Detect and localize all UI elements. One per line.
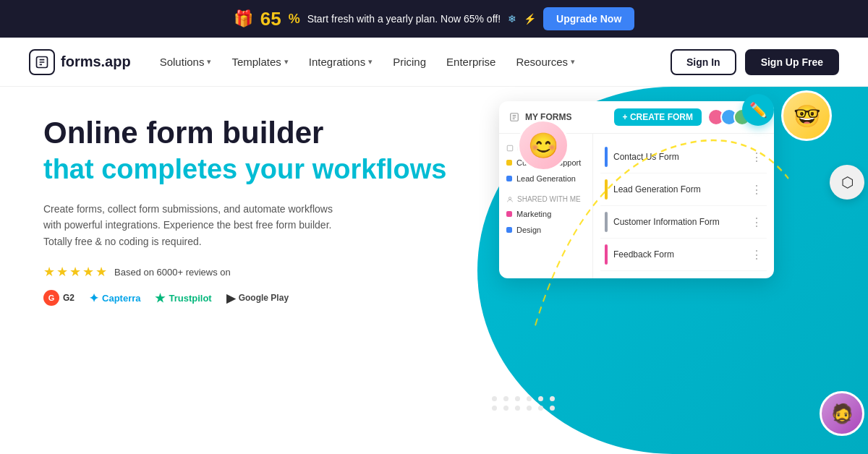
percent-badge: 65: [260, 8, 281, 30]
google-play-logo: ▶ Google Play: [226, 291, 289, 305]
nav-templates[interactable]: Templates ▾: [231, 56, 288, 68]
main-area: Online form builder that completes your …: [0, 87, 868, 454]
hero-section: Online form builder that completes your …: [0, 87, 477, 454]
nav-actions: Sign In Sign Up Free: [671, 49, 839, 75]
person-avatar-2: 🤓: [781, 90, 832, 141]
review-text: Based on 6000+ reviews on: [114, 267, 231, 278]
nav-solutions[interactable]: Solutions ▾: [160, 56, 212, 68]
shared-with-me-section: SHARED WITH ME: [499, 192, 592, 206]
person-avatar-3: 🧔: [820, 391, 864, 436]
top-banner: 🎁 65 % Start fresh with a yearly plan. N…: [0, 0, 868, 38]
chevron-down-icon: ▾: [571, 57, 575, 67]
g2-badge: G: [43, 290, 59, 306]
hero-subtitle: that completes your workflows: [43, 153, 448, 187]
nav-resources[interactable]: Resources ▾: [516, 56, 575, 68]
sidebar-design[interactable]: Design: [499, 222, 592, 238]
nav-enterprise[interactable]: Enterprise: [446, 56, 495, 68]
svg-point-3: [509, 197, 511, 199]
create-form-button[interactable]: + CREATE FORM: [614, 108, 702, 126]
dot-icon: [506, 160, 512, 166]
color-bar: [605, 212, 608, 232]
more-options-icon[interactable]: ⋮: [751, 150, 762, 164]
color-bar: [605, 244, 608, 265]
sidebar-marketing[interactable]: Marketing: [499, 206, 592, 222]
form-item-contact[interactable]: Contact Us Form ⋮: [600, 141, 767, 174]
navbar: forms.app Solutions ▾ Templates ▾ Integr…: [0, 38, 868, 87]
percent-sign: %: [289, 12, 300, 27]
logo-text: forms.app: [61, 53, 131, 70]
sidebar-lead-generation[interactable]: Lead Generation: [499, 171, 592, 187]
chevron-down-icon: ▾: [207, 57, 211, 67]
chevron-down-icon: ▾: [284, 57, 289, 67]
logo[interactable]: forms.app: [29, 49, 131, 75]
person-avatar-1: 😊: [517, 119, 569, 171]
hero-visual: 😊 🤓 🧔 ✏️ ⬡: [477, 87, 868, 454]
nav-integrations[interactable]: Integrations ▾: [309, 56, 373, 68]
stars-row: ★★★★★ Based on 6000+ reviews on: [43, 264, 448, 280]
logo-icon: [29, 49, 55, 75]
hero-title: Online form builder: [43, 116, 448, 150]
share-button[interactable]: ⬡: [830, 165, 864, 200]
form-item-customer-info[interactable]: Customer Information Form ⋮: [600, 206, 767, 239]
color-bar: [605, 179, 608, 200]
dots-decoration: [492, 396, 557, 411]
snowflake-icon: ❄: [508, 13, 516, 25]
form-item-feedback[interactable]: Feedback Form ⋮: [600, 239, 767, 271]
lightning-icon: ⚡: [524, 13, 536, 25]
dot-icon: [506, 227, 512, 233]
review-logos: G G2 ✦ Capterra ★ Trustpilot ▶ Google Pl…: [43, 290, 448, 306]
nav-pricing[interactable]: Pricing: [393, 56, 426, 68]
more-options-icon[interactable]: ⋮: [751, 248, 762, 262]
upgrade-button[interactable]: Upgrade Now: [543, 7, 634, 30]
g2-logo: G G2: [43, 290, 75, 306]
svg-rect-2: [507, 145, 513, 151]
trustpilot-logo: ★ Trustpilot: [155, 291, 211, 305]
edit-button[interactable]: ✏️: [742, 94, 774, 126]
hero-description: Create forms, collect form submissions, …: [43, 201, 333, 249]
chevron-down-icon: ▾: [368, 57, 373, 67]
signup-button[interactable]: Sign Up Free: [745, 49, 839, 75]
nav-links: Solutions ▾ Templates ▾ Integrations ▾ P…: [160, 56, 671, 68]
signin-button[interactable]: Sign In: [671, 49, 736, 75]
more-options-icon[interactable]: ⋮: [751, 215, 762, 229]
form-item-lead-gen[interactable]: Lead Generation Form ⋮: [600, 174, 767, 206]
banner-text: Start fresh with a yearly plan. Now 65% …: [307, 13, 501, 25]
more-options-icon[interactable]: ⋮: [751, 183, 762, 197]
star-rating: ★★★★★: [43, 264, 109, 280]
capterra-logo: ✦ Capterra: [89, 291, 140, 305]
color-bar: [605, 147, 608, 167]
dot-icon: [506, 211, 512, 217]
gift-icon: 🎁: [234, 9, 253, 28]
mockup-forms-list: Contact Us Form ⋮ Lead Generation Form ⋮: [593, 134, 774, 278]
dot-icon: [506, 176, 512, 181]
